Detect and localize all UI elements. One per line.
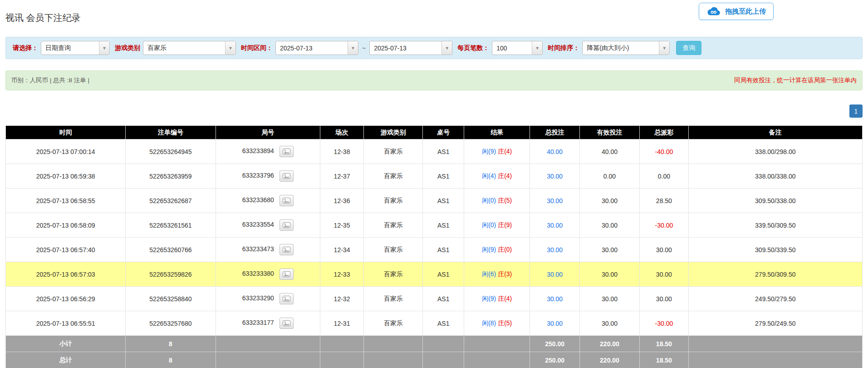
video-replay-icon[interactable] bbox=[280, 146, 294, 157]
column-header: 总派彩 bbox=[640, 126, 689, 139]
cell-empty bbox=[688, 352, 862, 368]
date-from-input[interactable]: 2025-07-13 ▼ bbox=[275, 41, 358, 55]
page-size-select[interactable]: 100 ▼ bbox=[492, 41, 543, 55]
sort-order-label: 时间排序： bbox=[548, 44, 579, 52]
select-type-label: 请选择： bbox=[13, 44, 38, 52]
cell-session: 12-32 bbox=[320, 287, 363, 311]
column-header: 桌号 bbox=[423, 126, 464, 139]
page-size-label: 每页笔数： bbox=[457, 44, 489, 52]
video-replay-icon[interactable] bbox=[280, 195, 294, 206]
result-player: 闲(0) bbox=[482, 197, 496, 204]
valid-bet-note: 同局有效投注，统一计算在该局第一张注单内 bbox=[734, 76, 857, 85]
cell-time: 2025-07-13 06:58:09 bbox=[6, 213, 126, 238]
upload-dropzone-button[interactable]: 拖拽至此上传 bbox=[699, 3, 774, 20]
cell-total-bet[interactable]: 30.00 bbox=[530, 213, 580, 238]
page-button-1[interactable]: 1 bbox=[849, 104, 863, 118]
cell-result: 闲(4) 庄(4) bbox=[464, 164, 530, 189]
date-to-input[interactable]: 2025-07-13 ▼ bbox=[369, 41, 452, 55]
grand-total-row: 总计 8 250.00 220.00 18.50 bbox=[6, 352, 863, 368]
cell-total-bet[interactable]: 30.00 bbox=[530, 164, 580, 189]
chevron-down-icon[interactable]: ▼ bbox=[348, 41, 358, 55]
result-player: 闲(9) bbox=[482, 295, 496, 302]
cell-game-type: 百家乐 bbox=[364, 287, 423, 311]
subtotal-total-bet: 250.00 bbox=[530, 336, 580, 352]
cell-round: 633233894 bbox=[216, 139, 320, 164]
cell-table-no: AS1 bbox=[423, 139, 464, 164]
game-type-label: 游戏类别 bbox=[115, 44, 140, 52]
cell-note: 339.50/309.50 bbox=[688, 213, 862, 238]
cell-table-no: AS1 bbox=[423, 189, 464, 213]
cell-payout: 30.00 bbox=[640, 287, 689, 311]
cell-table-no: AS1 bbox=[423, 164, 464, 189]
video-replay-icon[interactable] bbox=[280, 244, 294, 255]
cell-result: 闲(9) 庄(4) bbox=[464, 139, 530, 164]
result-banker: 庄(4) bbox=[498, 172, 512, 179]
filter-bar: 请选择： 日期查询 ▼ 游戏类别 百家乐 ▼ 时间区间： 2025-07-13 … bbox=[5, 37, 863, 59]
chevron-down-icon[interactable]: ▼ bbox=[659, 41, 669, 55]
cell-bet-id: 522653257680 bbox=[126, 311, 216, 336]
game-type-select[interactable]: 百家乐 ▼ bbox=[143, 41, 236, 55]
cell-total-bet[interactable]: 30.00 bbox=[530, 238, 580, 262]
cell-result: 闲(0) 庄(9) bbox=[464, 213, 530, 238]
cell-payout: 0.00 bbox=[640, 164, 689, 189]
result-banker: 庄(0) bbox=[498, 246, 512, 253]
cell-time: 2025-07-13 06:56:29 bbox=[6, 287, 126, 311]
column-header: 游戏类别 bbox=[364, 126, 423, 139]
round-number: 633233796 bbox=[242, 172, 274, 179]
video-replay-icon[interactable] bbox=[280, 170, 294, 182]
subtotal-label: 小计 bbox=[6, 336, 126, 352]
column-header: 注单编号 bbox=[126, 126, 216, 139]
chevron-down-icon[interactable]: ▼ bbox=[532, 41, 542, 55]
sort-order-value: 降冪(由大到小) bbox=[583, 44, 659, 52]
cell-game-type: 百家乐 bbox=[364, 262, 423, 287]
cell-session: 12-33 bbox=[320, 262, 363, 287]
cell-total-bet[interactable]: 30.00 bbox=[530, 262, 580, 287]
cell-empty bbox=[320, 352, 363, 368]
video-replay-icon[interactable] bbox=[280, 318, 294, 329]
cell-empty bbox=[364, 352, 423, 368]
video-replay-icon[interactable] bbox=[280, 269, 294, 280]
cell-valid-bet: 30.00 bbox=[579, 287, 639, 311]
cell-payout: -30.00 bbox=[640, 213, 689, 238]
cell-result: 闲(9) 庄(4) bbox=[464, 287, 530, 311]
column-header: 时间 bbox=[6, 126, 126, 139]
total-label: 总计 bbox=[6, 352, 126, 368]
cell-empty bbox=[216, 336, 320, 352]
column-header: 有效投注 bbox=[579, 126, 639, 139]
sort-order-select[interactable]: 降冪(由大到小) ▼ bbox=[582, 41, 670, 55]
cell-note: 338.00/338.00 bbox=[688, 164, 862, 189]
column-header: 场次 bbox=[320, 126, 363, 139]
cell-valid-bet: 30.00 bbox=[579, 262, 639, 287]
query-type-select[interactable]: 日期查询 ▼ bbox=[41, 41, 110, 55]
cell-game-type: 百家乐 bbox=[364, 189, 423, 213]
cell-total-bet[interactable]: 30.00 bbox=[530, 311, 580, 336]
cell-empty bbox=[364, 336, 423, 352]
video-replay-icon[interactable] bbox=[280, 219, 294, 231]
cell-valid-bet: 30.00 bbox=[579, 213, 639, 238]
cell-table-no: AS1 bbox=[423, 262, 464, 287]
cell-result: 闲(0) 庄(5) bbox=[464, 189, 530, 213]
cell-table-no: AS1 bbox=[423, 238, 464, 262]
cell-session: 12-34 bbox=[320, 238, 363, 262]
cell-session: 12-35 bbox=[320, 213, 363, 238]
search-button[interactable]: 查询 bbox=[676, 41, 701, 55]
cell-note: 249.50/279.50 bbox=[688, 287, 862, 311]
cell-payout: -30.00 bbox=[640, 311, 689, 336]
video-replay-icon[interactable] bbox=[280, 293, 294, 304]
cell-valid-bet: 30.00 bbox=[579, 311, 639, 336]
chevron-down-icon[interactable]: ▼ bbox=[225, 41, 235, 55]
table-row: 2025-07-13 06:55:51 522653257680 6332331… bbox=[6, 311, 863, 336]
date-range-separator: ~ bbox=[361, 45, 367, 52]
chevron-down-icon[interactable]: ▼ bbox=[99, 41, 109, 55]
cell-total-bet[interactable]: 30.00 bbox=[530, 287, 580, 311]
cell-time: 2025-07-13 06:58:55 bbox=[6, 189, 126, 213]
cell-empty bbox=[423, 352, 464, 368]
result-player: 闲(8) bbox=[482, 319, 496, 327]
cell-total-bet[interactable]: 40.00 bbox=[530, 139, 580, 164]
chevron-down-icon[interactable]: ▼ bbox=[441, 41, 452, 55]
round-number: 633233177 bbox=[242, 319, 274, 326]
cell-game-type: 百家乐 bbox=[364, 213, 423, 238]
cell-table-no: AS1 bbox=[423, 287, 464, 311]
pagination: 1 bbox=[5, 104, 863, 118]
cell-total-bet[interactable]: 30.00 bbox=[530, 189, 580, 213]
